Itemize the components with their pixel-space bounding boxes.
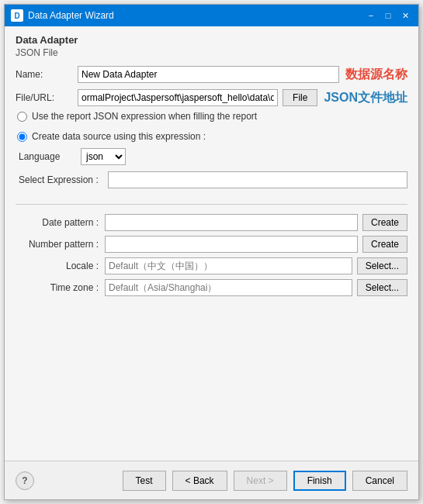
radio-create-datasource[interactable] [17,132,27,142]
name-annotation: 数据源名称 [345,67,407,83]
window: D Data Adapter Wizard − □ ✕ Data Adapter… [4,4,419,500]
timezone-select-button[interactable]: Select... [357,279,407,296]
separator-1 [16,204,407,205]
test-button[interactable]: Test [123,471,166,491]
minimize-button[interactable]: − [364,9,378,22]
locale-row: Locale : Select... [16,257,407,274]
file-button[interactable]: File [283,89,317,106]
cancel-button[interactable]: Cancel [352,471,407,491]
back-button[interactable]: < Back [172,471,227,491]
radio-use-expression[interactable] [17,112,27,122]
date-pattern-create-button[interactable]: Create [362,214,407,231]
name-field-group: Name: 数据源名称 [16,66,407,83]
locale-select-button[interactable]: Select... [357,257,407,274]
title-bar: D Data Adapter Wizard − □ ✕ [5,5,418,26]
select-expression-input[interactable] [108,171,407,188]
file-url-input[interactable] [78,89,278,106]
select-expression-group: Select Expression : [19,171,407,188]
name-label: Name: [16,69,78,80]
patterns-section: Date pattern : Create Number pattern : C… [16,214,407,296]
language-group: Language json jsonql [19,148,407,165]
language-select[interactable]: json jsonql [81,148,126,165]
window-title: Data Adapter Wizard [28,10,364,21]
number-pattern-create-button[interactable]: Create [362,236,407,253]
timezone-label: Time zone : [16,282,105,293]
footer: ? Test < Back Next > Finish Cancel [5,461,418,499]
date-pattern-input[interactable] [105,214,358,231]
timezone-input[interactable] [105,279,352,296]
expression-section: Language json jsonql Select Expression : [16,148,407,195]
select-expression-label: Select Expression : [19,174,108,185]
radio-group-1: Use the report JSON expression when fill… [16,111,407,122]
file-url-group: File/URL: File JSON文件地址 [16,89,407,106]
finish-button[interactable]: Finish [293,471,346,491]
file-url-annotation: JSON文件地址 [324,90,407,106]
file-url-label: File/URL: [16,92,78,103]
radio-group-2: Create data source using this expression… [16,131,407,142]
number-pattern-row: Number pattern : Create [16,236,407,253]
next-button[interactable]: Next > [234,471,287,491]
section-subtitle: JSON File [16,47,407,58]
app-icon: D [11,9,23,22]
timezone-row: Time zone : Select... [16,279,407,296]
maximize-button[interactable]: □ [381,9,395,22]
radio-create-datasource-label[interactable]: Create data source using this expression… [32,131,206,142]
radio-use-expression-label[interactable]: Use the report JSON expression when fill… [32,111,257,122]
number-pattern-label: Number pattern : [16,239,105,250]
number-pattern-input[interactable] [105,236,358,253]
content-area: Data Adapter JSON File Name: 数据源名称 File/… [5,26,418,461]
help-button[interactable]: ? [16,471,34,490]
locale-label: Locale : [16,261,105,271]
section-title: Data Adapter [16,34,407,46]
language-label: Language [19,151,81,162]
locale-input[interactable] [105,257,352,274]
close-button[interactable]: ✕ [398,9,412,22]
date-pattern-row: Date pattern : Create [16,214,407,231]
window-controls: − □ ✕ [364,9,412,22]
date-pattern-label: Date pattern : [16,217,105,228]
name-input[interactable] [78,66,339,83]
